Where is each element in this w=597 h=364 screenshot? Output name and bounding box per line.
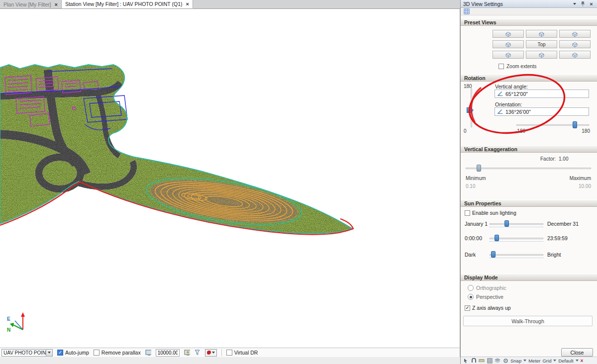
remove-parallax-option[interactable]: Remove parallax	[94, 350, 141, 356]
close-label: Close	[571, 350, 584, 356]
point-color-dropdown[interactable]	[205, 349, 217, 357]
virtual-dr-option[interactable]: Virtual DR	[226, 350, 258, 356]
maximum-label: Maximum	[570, 176, 591, 181]
station-camera-icon[interactable]	[145, 350, 151, 356]
perspective-radio[interactable]	[468, 294, 474, 300]
close-button[interactable]: Close	[561, 348, 593, 357]
axis-indicator: E N	[6, 311, 30, 334]
sun-brightness-slider-handle[interactable]	[491, 251, 496, 258]
date-start-label: January 1	[465, 221, 488, 227]
sun-time-slider-handle[interactable]	[495, 235, 499, 241]
chevron-down-icon[interactable]	[553, 360, 556, 362]
sun-brightness-slider[interactable]	[490, 254, 543, 256]
panel-title-bar[interactable]: 3D View Settings ×	[461, 0, 597, 8]
sun-date-slider[interactable]	[490, 223, 543, 225]
vertical-slider-min-label: 0	[464, 128, 467, 134]
view-tab-bar: Plan View [My Filter] × Station View [My…	[0, 0, 460, 9]
virtual-dr-checkbox[interactable]	[226, 350, 232, 356]
color-swatch	[207, 351, 211, 355]
perspective-option[interactable]: Perspective	[468, 294, 503, 300]
pin-icon[interactable]	[580, 1, 586, 7]
exaggeration-slider[interactable]	[466, 168, 591, 169]
orthographic-radio[interactable]	[468, 285, 474, 291]
grid-icon[interactable]	[487, 358, 493, 364]
chevron-down-icon[interactable]	[576, 360, 579, 362]
perspective-label: Perspective	[476, 294, 503, 300]
vertical-angle-input[interactable]: 65°12'00"	[495, 90, 589, 98]
bright-label: Bright	[547, 252, 561, 258]
preset-right-button[interactable]	[559, 40, 591, 48]
exaggeration-slider-handle[interactable]	[477, 165, 481, 172]
z-axis-checkbox[interactable]: ✓	[465, 305, 470, 311]
preset-iso-se-button[interactable]	[559, 51, 591, 59]
filter-icon[interactable]	[195, 350, 200, 356]
orientation-label: Orientation:	[495, 101, 522, 107]
rotation-header: Rotation	[461, 74, 597, 82]
sun-date-slider-handle[interactable]	[504, 220, 509, 227]
sun-properties-section: Enable sun lighting January 1 December 3…	[461, 207, 597, 269]
preset-front-button[interactable]	[526, 51, 557, 59]
auto-jump-checkbox[interactable]: ✓	[57, 350, 63, 356]
zoom-extents-checkbox[interactable]	[498, 64, 504, 69]
gear-icon[interactable]	[502, 358, 508, 364]
magnet-icon[interactable]	[471, 358, 477, 364]
view-settings-grid-icon[interactable]	[464, 8, 470, 14]
grid-status[interactable]: Grid	[542, 358, 551, 364]
3d-viewport[interactable]: E N	[0, 9, 460, 348]
tab-plan-view[interactable]: Plan View [My Filter] ×	[0, 0, 62, 8]
axis-east-label: E	[7, 316, 10, 322]
toolbar-separator	[221, 349, 222, 356]
preset-top-button[interactable]: Top	[526, 40, 557, 48]
preset-iso-sw-button[interactable]	[493, 51, 524, 59]
orientation-slider[interactable]	[516, 124, 589, 126]
auto-jump-label: Auto-jump	[65, 350, 89, 356]
station-select[interactable]: UAV PHOTO POINT (	[1, 349, 53, 357]
preset-left-button[interactable]	[493, 40, 524, 48]
virtual-dr-label: Virtual DR	[234, 350, 258, 356]
snap-status[interactable]: Snap	[510, 358, 521, 364]
close-icon[interactable]: ×	[581, 358, 584, 364]
3d-view-settings-panel: 3D View Settings × Preset Views Top Zoom…	[460, 0, 597, 364]
z-axis-option[interactable]: ✓ Z axis always up	[465, 305, 511, 311]
preset-views-header: Preset Views	[461, 18, 597, 26]
default-status[interactable]: Default	[558, 358, 573, 364]
vertical-angle-slider-handle[interactable]	[467, 107, 474, 113]
auto-jump-option[interactable]: ✓ Auto-jump	[57, 350, 89, 356]
close-icon[interactable]: ×	[55, 1, 58, 7]
ruler-icon[interactable]	[479, 358, 485, 364]
minimum-value: 0.10	[466, 183, 475, 189]
sun-time-row: 0:00:00 23:59:59	[461, 234, 597, 243]
remove-parallax-checkbox[interactable]	[94, 350, 100, 356]
chevron-down-icon[interactable]	[571, 1, 578, 7]
orthographic-option[interactable]: Orthographic	[468, 285, 506, 291]
cursor-icon[interactable]	[463, 358, 469, 364]
photo-display-icon[interactable]	[184, 350, 190, 356]
close-icon[interactable]: ×	[588, 1, 595, 7]
orientation-value: 136°26'00"	[505, 109, 531, 115]
preset-top-label: Top	[537, 42, 545, 47]
tab-station-view[interactable]: Station View [My Filter] : UAV PHOTO POI…	[62, 0, 193, 8]
preset-views-grid: Top	[493, 30, 591, 59]
angle-icon	[497, 91, 503, 96]
enable-sun-label: Enable sun lighting	[472, 210, 516, 216]
units-status[interactable]: Meter	[528, 358, 540, 364]
chevron-down-icon[interactable]	[523, 360, 526, 362]
preset-iso-nw-button[interactable]	[493, 30, 524, 38]
orientation-input[interactable]: 136°26'00"	[495, 107, 589, 116]
status-bar: Snap Meter Grid Default ×	[461, 357, 597, 364]
factor-label: Factor:	[540, 156, 556, 162]
enable-sun-checkbox[interactable]	[465, 210, 470, 216]
close-icon[interactable]: ×	[186, 1, 189, 7]
dark-label: Dark	[465, 252, 476, 258]
layers-icon[interactable]	[495, 358, 500, 364]
sun-brightness-row: Dark Bright	[461, 251, 597, 260]
time-end-label: 23:59:59	[547, 235, 568, 241]
preset-back-button[interactable]	[526, 30, 557, 38]
z-axis-label: Z axis always up	[472, 305, 511, 311]
enable-sun-option[interactable]: Enable sun lighting	[465, 210, 516, 216]
walk-through-button[interactable]: Walk-Through	[463, 316, 593, 326]
chevron-down-icon[interactable]	[46, 350, 52, 356]
orientation-slider-handle[interactable]	[573, 121, 577, 128]
scale-input[interactable]	[156, 349, 180, 357]
preset-iso-ne-button[interactable]	[559, 30, 591, 38]
